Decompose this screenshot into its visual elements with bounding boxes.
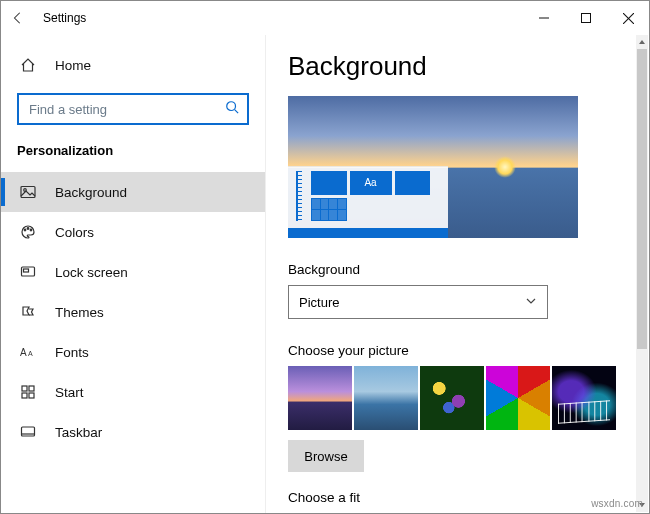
sidebar-item-label: Themes [55,305,104,320]
sidebar: Home Personalization Background [1,35,266,513]
svg-line-5 [235,110,239,114]
titlebar: Settings [1,1,649,35]
background-type-value: Picture [299,295,339,310]
search-input[interactable] [27,101,225,118]
titlebar-left: Settings [1,1,523,35]
lockscreen-icon [19,263,37,281]
content-area: Background Aa Background [266,35,649,513]
preview-sun [494,156,516,178]
minimize-button[interactable] [523,1,565,35]
svg-text:A: A [20,347,27,358]
svg-point-9 [27,228,29,230]
picture-thumbnails [288,366,627,430]
picture-icon [19,183,37,201]
background-preview: Aa [288,96,578,238]
svg-rect-1 [582,14,591,23]
window-controls [523,1,649,35]
fonts-icon: AA [19,343,37,361]
home-label: Home [55,58,91,73]
home-nav[interactable]: Home [1,45,265,85]
picture-thumb[interactable] [354,366,418,430]
back-icon[interactable] [11,11,25,25]
svg-point-4 [227,102,236,111]
browse-button[interactable]: Browse [288,440,364,472]
svg-text:A: A [28,350,33,357]
preview-aa-tile: Aa [350,171,392,195]
palette-icon [19,223,37,241]
sidebar-item-start[interactable]: Start [1,372,265,412]
picture-thumb[interactable] [486,366,550,430]
svg-point-10 [30,229,32,231]
background-type-select[interactable]: Picture [288,285,548,319]
sidebar-item-taskbar[interactable]: Taskbar [1,412,265,452]
svg-rect-12 [24,269,29,272]
sidebar-item-label: Fonts [55,345,89,360]
background-type-label: Background [288,262,627,277]
preview-tiles: Aa [296,171,430,224]
chevron-down-icon [525,295,537,310]
maximize-button[interactable] [565,1,607,35]
scroll-up-icon[interactable] [636,35,648,49]
svg-point-8 [24,229,26,231]
svg-rect-16 [29,386,34,391]
scroll-thumb[interactable] [637,49,647,349]
svg-rect-19 [22,427,35,436]
svg-rect-6 [21,187,35,198]
preview-taskbar [288,228,448,238]
sidebar-item-colors[interactable]: Colors [1,212,265,252]
sidebar-category: Personalization [1,139,265,172]
taskbar-icon [19,423,37,441]
close-button[interactable] [607,1,649,35]
settings-window: Settings Home [0,0,650,514]
sidebar-item-label: Colors [55,225,94,240]
themes-icon [19,303,37,321]
search-wrap [1,85,265,139]
svg-rect-17 [22,393,27,398]
sidebar-item-fonts[interactable]: AA Fonts [1,332,265,372]
start-icon [19,383,37,401]
picture-thumb[interactable] [420,366,484,430]
page-title: Background [288,51,627,82]
watermark: wsxdn.com [591,498,643,509]
search-icon [225,100,239,118]
scrollbar[interactable] [636,35,648,512]
svg-rect-15 [22,386,27,391]
preview-desktop: Aa [288,166,448,238]
home-icon [19,56,37,74]
sidebar-item-label: Taskbar [55,425,102,440]
sidebar-item-lockscreen[interactable]: Lock screen [1,252,265,292]
sidebar-item-background[interactable]: Background [1,172,265,212]
sidebar-item-themes[interactable]: Themes [1,292,265,332]
search-box[interactable] [17,93,249,125]
sidebar-item-label: Background [55,185,127,200]
window-body: Home Personalization Background [1,35,649,513]
svg-rect-18 [29,393,34,398]
choose-picture-label: Choose your picture [288,343,627,358]
sidebar-item-label: Lock screen [55,265,128,280]
window-title: Settings [43,11,86,25]
picture-thumb[interactable] [288,366,352,430]
sidebar-item-label: Start [55,385,84,400]
picture-thumb[interactable] [552,366,616,430]
choose-fit-label: Choose a fit [288,490,627,505]
